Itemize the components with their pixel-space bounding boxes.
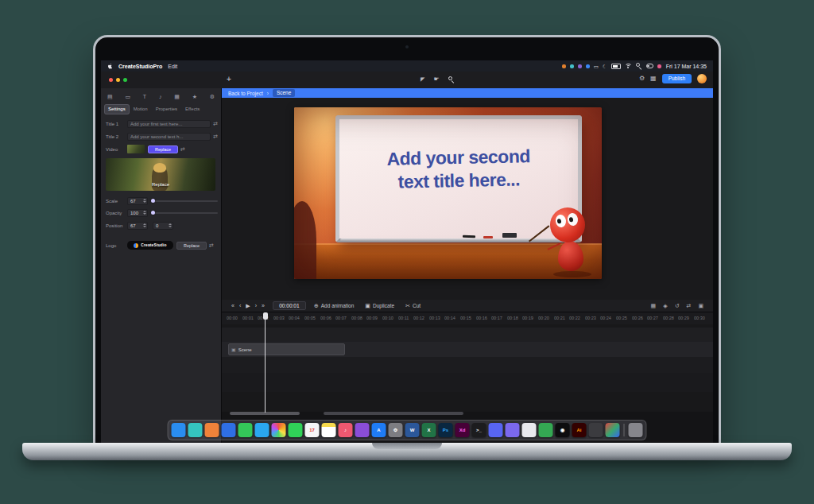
wifi-icon[interactable] (625, 64, 632, 69)
play-button[interactable]: ▶ (246, 302, 250, 309)
dock-icon-gray-app[interactable] (589, 423, 603, 437)
dock-icon-facetime[interactable] (289, 423, 303, 437)
dock-icon-mail[interactable] (222, 423, 236, 437)
duplicate-button[interactable]: ▣Duplicate (365, 303, 394, 309)
dock-icon-music[interactable]: ♪ (339, 423, 353, 437)
dock-icon-word[interactable]: W (405, 423, 420, 437)
add-animation-button[interactable]: ⊕Add animation (314, 303, 354, 309)
scene-clip[interactable]: ▣ Scene (228, 343, 345, 355)
zoom-tool-icon[interactable] (448, 76, 455, 83)
logo-replace-button[interactable]: Replace (176, 242, 207, 250)
dock-icon-discord[interactable] (489, 423, 503, 437)
status-app-orange[interactable] (562, 64, 566, 68)
audio-icon[interactable]: ♪ (159, 93, 162, 100)
dock-icon-teal-app[interactable] (188, 423, 203, 437)
dock-icon-finder[interactable] (172, 423, 186, 437)
dock-icon-screens-app[interactable] (606, 423, 620, 437)
siri-icon[interactable] (657, 64, 661, 68)
favorites-icon[interactable]: ★ (192, 93, 197, 100)
menubar-item-edit[interactable]: Edit (168, 64, 177, 69)
video-swap-icon[interactable]: ⇄ (180, 146, 185, 153)
spotlight-icon[interactable] (636, 63, 642, 69)
dock-icon-illustrator[interactable]: Ai (572, 423, 587, 437)
skip-end-button[interactable]: » (262, 302, 265, 309)
scale-value-field[interactable]: 67 (127, 197, 148, 205)
video-thumbnail[interactable] (127, 145, 145, 153)
dock-icon-safari[interactable] (255, 423, 269, 437)
dock-icon-trash[interactable] (629, 423, 643, 437)
opacity-stepper-arrows[interactable] (142, 210, 147, 216)
status-app-blue[interactable] (586, 64, 590, 68)
tab-properties[interactable]: Properties (153, 105, 180, 114)
playhead[interactable] (265, 312, 266, 413)
title2-input[interactable] (127, 133, 211, 141)
dock-icon-photos[interactable] (272, 423, 286, 437)
title1-swap-icon[interactable]: ⇄ (213, 121, 218, 127)
dock-icon-podcasts[interactable] (355, 423, 370, 437)
user-avatar[interactable] (697, 74, 707, 83)
dock-icon-calendar[interactable]: 17 (305, 423, 320, 437)
dock-icon-system-settings[interactable]: ⚙ (389, 423, 403, 437)
settings-gear-icon[interactable]: ⚙ (639, 75, 645, 83)
settings-icon[interactable]: ⚙ (210, 93, 215, 100)
board-text[interactable]: Add your second text title here... (339, 144, 578, 195)
position-y-steppers[interactable] (168, 223, 172, 229)
scale-slider[interactable] (153, 200, 218, 202)
display-icon[interactable]: ▭ (594, 64, 599, 69)
dock-icon-violet-app[interactable] (506, 423, 520, 437)
dock-icon-green-app[interactable] (539, 423, 553, 437)
loop-icon[interactable]: ⇄ (687, 303, 692, 309)
next-frame-button[interactable]: › (255, 302, 257, 309)
mascot-character[interactable] (545, 207, 598, 279)
cursor-tool-icon[interactable]: ◤ (421, 76, 424, 83)
timeline-ruler[interactable]: 00:0000:0100:0200:0300:0400:0500:0600:07… (222, 312, 713, 325)
title2-swap-icon[interactable]: ⇄ (213, 134, 218, 140)
position-x-field[interactable]: 67 (127, 222, 148, 230)
tab-effects[interactable]: Effects (182, 105, 203, 114)
apple-menu-icon[interactable] (107, 63, 113, 70)
dock-icon-notes[interactable] (322, 423, 336, 437)
publish-button[interactable]: Publish (662, 74, 692, 83)
dock-icon-messages[interactable] (238, 423, 253, 437)
position-x-steppers[interactable] (142, 223, 147, 229)
title1-input[interactable] (127, 120, 211, 128)
window-close-button[interactable] (109, 78, 113, 82)
frames-icon[interactable]: ▭ (125, 93, 130, 100)
opacity-slider-knob[interactable] (151, 211, 155, 215)
hand-tool-icon[interactable]: ☛ (433, 76, 439, 83)
add-scene-button[interactable]: + (227, 75, 231, 84)
elements-icon[interactable]: ▦ (174, 93, 180, 100)
control-center-icon[interactable] (646, 64, 653, 68)
skip-start-button[interactable]: « (231, 302, 235, 309)
logo-preview[interactable]: CreateStudio (127, 241, 173, 250)
window-zoom-button[interactable] (123, 78, 127, 82)
scale-stepper-arrows[interactable] (142, 198, 147, 204)
opacity-value-field[interactable]: 100 (127, 209, 148, 217)
dnd-moon-icon[interactable]: ☾ (603, 64, 607, 69)
scale-slider-knob[interactable] (151, 199, 155, 203)
dock-icon-obs[interactable]: ◉ (556, 423, 570, 437)
position-y-field[interactable]: 0 (153, 222, 173, 230)
menubar-clock[interactable]: Fri 17 Mar 14:35 (666, 64, 707, 69)
media-icon[interactable]: ▤ (107, 93, 113, 100)
layout-grid-icon[interactable]: ▦ (651, 303, 657, 309)
dock-icon-excel[interactable]: X (422, 423, 436, 437)
tab-motion[interactable]: Motion (130, 105, 151, 114)
tab-settings[interactable]: Settings (105, 105, 129, 114)
dock-icon-photoshop[interactable]: Ps (439, 423, 453, 437)
window-minimize-button[interactable] (116, 78, 120, 82)
status-app-purple[interactable] (578, 64, 582, 68)
expand-icon[interactable]: ▣ (698, 303, 704, 309)
apps-grid-icon[interactable]: ▦ (650, 75, 657, 83)
text-icon[interactable]: T (143, 93, 146, 100)
menubar-app-name[interactable]: CreateStudioPro (118, 64, 162, 69)
logo-swap-icon[interactable]: ⇄ (209, 242, 214, 249)
cut-button[interactable]: ✂Cut (405, 303, 421, 309)
playhead-handle[interactable] (263, 312, 268, 320)
timeline-scrollbar[interactable] (324, 412, 463, 415)
battery-icon[interactable] (611, 64, 621, 69)
prev-frame-button[interactable]: ‹ (239, 302, 241, 309)
back-to-project-link[interactable]: Back to Project (228, 91, 263, 96)
video-preview[interactable]: Add your second text title here... (294, 107, 602, 279)
dock-icon-xd[interactable]: Xd (455, 423, 470, 437)
